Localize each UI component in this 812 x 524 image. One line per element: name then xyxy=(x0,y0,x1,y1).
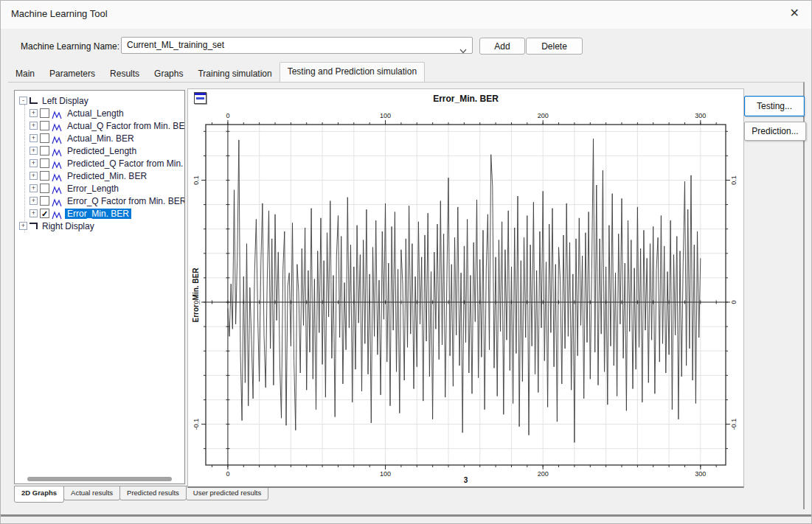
tree-item-label[interactable]: Actual_Min. BER xyxy=(65,133,136,144)
scrollbar-thumb[interactable] xyxy=(27,477,172,481)
checkbox-icon[interactable] xyxy=(40,121,49,130)
svg-text:0.1: 0.1 xyxy=(192,175,200,185)
y-axis-label: Error_Min. BER xyxy=(192,251,201,340)
expand-plus-icon[interactable]: + xyxy=(30,122,38,130)
tree-item-label[interactable]: Predicted_Q Factor from Min. BER xyxy=(65,158,185,169)
curve-icon xyxy=(52,209,63,218)
tree-item-label[interactable]: Predicted_Min. BER xyxy=(65,171,149,181)
display-tree-panel: - Left Display + Actual_Length + Actual_… xyxy=(14,90,185,484)
checkbox-icon[interactable] xyxy=(40,146,49,156)
checkbox-icon[interactable] xyxy=(40,196,49,206)
checkbox-checked-icon[interactable]: ✓ xyxy=(40,209,49,218)
x-axis-label: 3 xyxy=(206,476,726,484)
tree-item-label[interactable]: Actual_Q Factor from Min. BER xyxy=(65,121,185,131)
curve-icon xyxy=(52,159,63,168)
left-display-icon xyxy=(30,97,38,104)
tab-parameters[interactable]: Parameters xyxy=(42,66,103,82)
tab-predicted-results[interactable]: Predicted results xyxy=(119,486,187,500)
svg-text:0: 0 xyxy=(730,301,738,304)
tab-page: - Left Display + Actual_Length + Actual_… xyxy=(8,82,805,509)
prediction-button[interactable]: Prediction... xyxy=(744,122,806,141)
curve-icon xyxy=(52,134,63,143)
svg-text:100: 100 xyxy=(380,112,391,119)
add-button[interactable]: Add xyxy=(479,38,525,55)
curve-icon xyxy=(52,109,63,118)
tab-graphs[interactable]: Graphs xyxy=(147,66,190,82)
tree-item-label[interactable]: Predicted_Length xyxy=(65,146,139,156)
right-display-icon xyxy=(30,223,38,229)
tree-item-predicted-q-factor[interactable]: + Predicted_Q Factor from Min. BER xyxy=(18,157,184,170)
curve-icon xyxy=(52,197,63,206)
delete-button[interactable]: Delete xyxy=(526,38,583,55)
svg-text:300: 300 xyxy=(695,112,706,119)
checkbox-icon[interactable] xyxy=(40,171,49,181)
tree-item-actual-min-ber[interactable]: + Actual_Min. BER xyxy=(18,132,184,144)
tab-main[interactable]: Main xyxy=(8,66,42,82)
expand-plus-icon[interactable]: + xyxy=(30,159,38,167)
tab-user-predicted-results[interactable]: User predicted results xyxy=(186,486,268,500)
tree-item-label[interactable]: Error_Length xyxy=(65,184,121,194)
tree-item-label[interactable]: Error_Q Factor from Min. BER xyxy=(65,196,185,206)
graph-panel[interactable]: Error_Min. BER 00100100200200300300-0.1-… xyxy=(187,88,744,488)
svg-text:-0.1: -0.1 xyxy=(192,419,200,430)
expand-plus-icon[interactable]: + xyxy=(30,134,38,142)
window-title: Machine Learning Tool xyxy=(11,8,108,19)
checkbox-icon[interactable] xyxy=(40,158,49,168)
tree-item-label[interactable]: Error_Min. BER xyxy=(65,209,131,219)
svg-text:200: 200 xyxy=(538,112,549,119)
tab-2d-graphs[interactable]: 2D Graphs xyxy=(14,486,64,503)
tree-item-error-min-ber[interactable]: + ✓ Error_Min. BER xyxy=(18,207,184,220)
chevron-down-icon xyxy=(459,43,467,49)
tab-results[interactable]: Results xyxy=(103,66,147,82)
tab-actual-results[interactable]: Actual results xyxy=(63,486,120,500)
tree-item-actual-q-factor[interactable]: + Actual_Q Factor from Min. BER xyxy=(18,119,184,132)
tree-item-label[interactable]: Right Display xyxy=(40,221,97,231)
curve-icon xyxy=(52,184,63,193)
tab-training-simulation[interactable]: Training simulation xyxy=(190,66,279,82)
checkbox-icon[interactable] xyxy=(40,184,49,193)
curve-icon xyxy=(52,122,63,130)
expand-plus-icon[interactable]: + xyxy=(30,109,38,117)
main-tabstrip: Main Parameters Results Graphs Training … xyxy=(8,63,802,82)
tree-item-label[interactable]: Actual_Length xyxy=(65,108,126,119)
machine-learning-tool-window: Machine Learning Tool ✕ Machine Learning… xyxy=(0,0,812,524)
curve-icon xyxy=(52,172,63,181)
curve-icon xyxy=(52,147,63,156)
results-tabstrip: 2D Graphs Actual results Predicted resul… xyxy=(14,486,268,503)
window-bottom-edge xyxy=(1,514,811,517)
svg-text:-0.1: -0.1 xyxy=(730,419,738,430)
tree-item-error-length[interactable]: + Error_Length xyxy=(18,182,184,195)
expand-plus-icon[interactable]: + xyxy=(30,209,38,217)
error-min-ber-chart[interactable]: 00100100200200300300-0.1-0.1000.10.1 xyxy=(188,89,743,487)
tree-item-actual-length[interactable]: + Actual_Length xyxy=(18,107,184,119)
svg-text:0.1: 0.1 xyxy=(730,175,738,185)
expand-plus-icon[interactable]: + xyxy=(30,197,38,205)
tree-item-left-display[interactable]: - Left Display xyxy=(18,94,184,107)
expand-plus-icon[interactable]: + xyxy=(19,222,27,230)
collapse-minus-icon[interactable]: - xyxy=(19,97,27,105)
expand-plus-icon[interactable]: + xyxy=(30,172,38,180)
checkbox-icon[interactable] xyxy=(40,108,49,118)
expand-plus-icon[interactable]: + xyxy=(30,147,38,155)
tree-item-predicted-min-ber[interactable]: + Predicted_Min. BER xyxy=(18,170,184,182)
tree-item-label[interactable]: Left Display xyxy=(40,96,91,106)
close-icon[interactable]: ✕ xyxy=(790,6,799,20)
testing-button[interactable]: Testing... xyxy=(744,96,805,116)
svg-text:0: 0 xyxy=(226,112,229,119)
ml-name-combobox[interactable]: Current_ML_training_set xyxy=(121,37,473,54)
tree-item-right-display[interactable]: + Right Display xyxy=(18,220,184,232)
ml-name-value: Current_ML_training_set xyxy=(127,40,224,50)
titlebar: Machine Learning Tool ✕ xyxy=(1,1,811,29)
tree-horizontal-scrollbar[interactable] xyxy=(24,477,176,481)
tree-item-predicted-length[interactable]: + Predicted_Length xyxy=(18,144,184,157)
tree-item-error-q-factor[interactable]: + Error_Q Factor from Min. BER xyxy=(18,195,184,207)
tab-testing-and-prediction-simulation[interactable]: Testing and Prediction simulation xyxy=(280,62,425,82)
ml-name-label: Machine Learning Name: xyxy=(21,41,119,52)
expand-plus-icon[interactable]: + xyxy=(30,184,38,192)
checkbox-icon[interactable] xyxy=(40,133,49,143)
